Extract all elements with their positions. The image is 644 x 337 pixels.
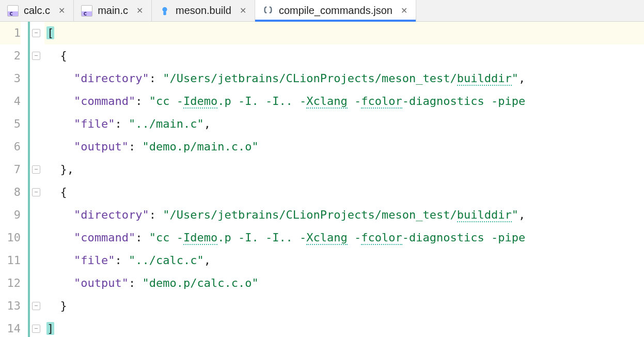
code-line[interactable]: { (44, 181, 644, 204)
line-number[interactable]: 2 (0, 44, 21, 67)
code-line[interactable]: "file": "../main.c", (44, 113, 644, 135)
code-line[interactable]: "command": "cc -Idemo.p -I. -I.. -Xclang… (44, 226, 644, 249)
code-token: " (512, 72, 519, 85)
tab-bar: calc.c ✕ main.c ✕ meson.build ✕ compile_… (0, 0, 644, 22)
svg-rect-1 (163, 11, 166, 14)
code-token: : (115, 117, 129, 130)
code-token (46, 72, 74, 85)
code-token: -diagnostics -pipe (402, 95, 525, 108)
fold-open-icon[interactable]: − (32, 188, 40, 196)
code-token: "/Users/jetbrains/CLionProjects/meson_te… (163, 72, 457, 85)
code-token: "file" (74, 254, 115, 267)
tab-calc-c[interactable]: calc.c ✕ (0, 0, 74, 21)
line-number[interactable]: 11 (0, 249, 21, 272)
code-token: "demo.p/main.c.o" (142, 140, 258, 153)
line-number[interactable]: 12 (0, 272, 21, 295)
code-token: "cc - (149, 95, 183, 108)
code-token: Idemo (183, 231, 217, 245)
code-token: - (348, 231, 362, 244)
c-file-icon (81, 5, 92, 17)
line-number[interactable]: 7 (0, 158, 21, 181)
code-token (46, 254, 74, 267)
code-token: { (46, 49, 67, 62)
code-token: : (115, 254, 129, 267)
code-token (46, 95, 74, 108)
code-line[interactable]: "output": "demo.p/main.c.o" (44, 135, 644, 158)
code-line[interactable]: "command": "cc -Idemo.p -I. -I.. -Xclang… (44, 90, 644, 113)
c-file-icon (7, 5, 19, 17)
close-icon[interactable]: ✕ (58, 7, 65, 15)
code-token: .p -I. -I.. - (217, 231, 306, 244)
tab-meson-build[interactable]: meson.build ✕ (152, 0, 255, 21)
close-icon[interactable]: ✕ (136, 7, 143, 15)
code-editor[interactable]: 1234567891011121314 −−−−−− [ { "director… (0, 22, 644, 337)
line-number[interactable]: 3 (0, 67, 21, 90)
code-line[interactable]: { (44, 44, 644, 67)
fold-open-icon[interactable]: − (32, 52, 40, 60)
tab-main-c[interactable]: main.c ✕ (74, 0, 152, 21)
line-number-gutter[interactable]: 1234567891011121314 (0, 22, 30, 337)
code-token: : (149, 72, 163, 85)
code-token: "demo.p/calc.c.o" (142, 277, 258, 289)
close-icon[interactable]: ✕ (401, 7, 407, 15)
code-token: }, (46, 163, 74, 176)
tab-label: main.c (98, 5, 128, 17)
code-token: Idemo (183, 95, 217, 109)
code-token: Xclang (306, 95, 347, 109)
code-token: : (135, 231, 149, 244)
code-token: , (204, 254, 211, 267)
meson-file-icon (159, 5, 170, 17)
code-area[interactable]: [ { "directory": "/Users/jetbrains/CLion… (44, 22, 644, 337)
code-line[interactable]: "directory": "/Users/jetbrains/CLionProj… (44, 204, 644, 226)
code-token: "output" (74, 140, 129, 153)
line-number[interactable]: 4 (0, 90, 21, 113)
line-number[interactable]: 10 (0, 226, 21, 249)
line-number[interactable]: 6 (0, 135, 21, 158)
code-token: , (204, 117, 211, 130)
code-token: fcolor (361, 95, 402, 109)
fold-open-icon[interactable]: − (32, 29, 40, 37)
code-line[interactable]: "directory": "/Users/jetbrains/CLionProj… (44, 67, 644, 90)
fold-column[interactable]: −−−−−− (30, 22, 44, 337)
code-line[interactable]: [ (44, 22, 644, 44)
code-token: , (519, 72, 525, 85)
code-token: "output" (74, 277, 129, 289)
tab-label: meson.build (176, 5, 231, 17)
fold-close-icon[interactable]: − (32, 165, 40, 174)
close-icon[interactable]: ✕ (240, 7, 246, 15)
code-line[interactable]: "output": "demo.p/calc.c.o" (44, 272, 644, 295)
code-token: "cc - (149, 231, 183, 244)
code-token: "directory" (74, 208, 149, 221)
line-number[interactable]: 14 (0, 317, 21, 337)
svg-point-0 (162, 7, 167, 11)
line-number[interactable]: 1 (0, 22, 21, 44)
code-token (46, 277, 74, 289)
line-number[interactable]: 8 (0, 181, 21, 204)
code-line[interactable]: } (44, 295, 644, 317)
fold-close-icon[interactable]: − (32, 302, 40, 310)
code-token: "../main.c" (129, 117, 204, 130)
line-number[interactable]: 9 (0, 204, 21, 226)
code-token (46, 117, 74, 130)
tab-label: compile_commands.json (279, 5, 392, 17)
code-token: [ (46, 26, 54, 39)
code-token (46, 140, 74, 153)
code-token: "../calc.c" (129, 254, 204, 267)
code-token: "/Users/jetbrains/CLionProjects/meson_te… (163, 208, 457, 221)
code-line[interactable]: }, (44, 158, 644, 181)
tab-compile-commands-json[interactable]: compile_commands.json ✕ (255, 0, 416, 21)
code-token: - (348, 95, 362, 108)
fold-close-icon[interactable]: − (32, 325, 40, 333)
line-number[interactable]: 13 (0, 295, 21, 317)
code-token: "command" (74, 95, 135, 108)
code-token: Xclang (306, 231, 347, 245)
code-token: builddir (457, 208, 512, 222)
code-token: ] (46, 322, 54, 335)
code-line[interactable]: ] (44, 317, 644, 337)
code-token: : (129, 140, 143, 153)
code-token: .p -I. -I.. - (217, 95, 306, 108)
code-token: fcolor (361, 231, 402, 245)
code-line[interactable]: "file": "../calc.c", (44, 249, 644, 272)
code-token: " (512, 208, 519, 221)
line-number[interactable]: 5 (0, 113, 21, 135)
